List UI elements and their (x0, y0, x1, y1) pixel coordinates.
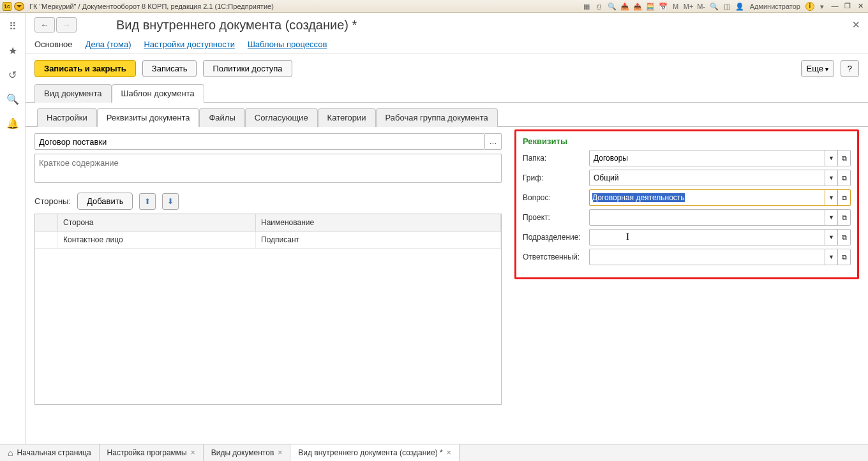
dropdown-icon[interactable]: ▼ (825, 150, 838, 166)
field-responsible: Ответственный: ▼ ⧉ (523, 249, 851, 265)
requisites-panel: Реквизиты Папка: ▼ ⧉ Гриф: ▼ ⧉ (514, 129, 859, 279)
dropdown-icon[interactable]: ▼ (825, 229, 838, 245)
logo-1c-icon: 1c (3, 2, 11, 11)
subtab-approvers[interactable]: Согласующие (245, 108, 318, 127)
calendar-icon[interactable]: 📅 (658, 1, 668, 11)
info-icon[interactable]: i (805, 2, 814, 11)
tab-doc-template[interactable]: Шаблон документа (112, 84, 204, 103)
back-button[interactable]: ← (34, 17, 55, 33)
subtab-requisites[interactable]: Реквизиты документа (97, 108, 200, 127)
section-nav: Основное Дела (тома) Настройки доступнос… (26, 34, 868, 54)
doc-name-more-button[interactable]: … (485, 133, 502, 150)
save-and-close-button[interactable]: Записать и закрыть (34, 60, 136, 77)
toolbar-icon[interactable]: 📥 (620, 1, 630, 11)
taskbar-tab-label: Виды документов (211, 448, 274, 457)
calc-icon[interactable]: 🧮 (645, 1, 655, 11)
taskbar-tab-label: Настройка программы (107, 448, 187, 457)
dropdown-icon[interactable]: ▾ (817, 1, 827, 11)
maximize-button[interactable]: ❐ (842, 2, 853, 11)
topic-input-selected-text[interactable]: Договорная деятельность (592, 193, 685, 202)
search-icon[interactable]: 🔍 (607, 1, 617, 11)
zoom-icon[interactable]: 🔍 (709, 1, 719, 11)
save-button[interactable]: Записать (142, 60, 197, 77)
memory-m[interactable]: M (671, 1, 681, 11)
field-label: Вопрос: (523, 193, 589, 202)
user-name[interactable]: Администратор (747, 3, 803, 10)
open-ref-button[interactable]: ⧉ (838, 189, 851, 206)
open-ref-button[interactable]: ⧉ (838, 249, 851, 265)
taskbar-home[interactable]: ⌂ Начальная страница (0, 444, 100, 461)
open-ref-button[interactable]: ⧉ (838, 209, 851, 226)
cell (35, 231, 58, 248)
department-input[interactable] (589, 229, 825, 245)
open-ref-button[interactable]: ⧉ (838, 170, 851, 186)
toolbar-icon[interactable]: ▦ (581, 1, 592, 11)
close-icon[interactable]: × (191, 448, 195, 457)
help-button[interactable]: ? (841, 60, 859, 77)
field-stamp: Гриф: ▼ ⧉ (523, 170, 851, 186)
dropdown-icon[interactable]: ▼ (825, 170, 838, 186)
taskbar-tab-active[interactable]: Вид внутреннего документа (создание) * × (290, 444, 459, 461)
taskbar-tab[interactable]: Виды документов × (204, 444, 291, 461)
cell: Подписант (256, 231, 501, 248)
nav-templates[interactable]: Шаблоны процессов (248, 40, 327, 49)
brief-textarea[interactable] (34, 154, 502, 183)
move-down-button[interactable]: ⬇ (162, 193, 179, 210)
requisites-title: Реквизиты (523, 136, 851, 146)
col-header-name[interactable]: Наименование (256, 214, 501, 231)
cell: Контактное лицо (58, 231, 256, 248)
search-icon[interactable]: 🔍 (6, 93, 19, 106)
close-icon[interactable]: × (278, 448, 282, 457)
command-bar: Записать и закрыть Записать Политики дос… (26, 54, 868, 84)
field-label: Папка: (523, 154, 589, 163)
nav-cases[interactable]: Дела (тома) (86, 40, 131, 49)
subtab-settings[interactable]: Настройки (37, 108, 97, 127)
memory-mplus[interactable]: M+ (684, 1, 694, 11)
taskbar-tab[interactable]: Настройка программы × (100, 444, 204, 461)
subtab-files[interactable]: Файлы (199, 108, 244, 127)
open-ref-button[interactable]: ⧉ (838, 150, 851, 166)
sub-tabs: Настройки Реквизиты документа Файлы Согл… (26, 103, 868, 127)
more-button[interactable]: Еще (801, 60, 834, 77)
history-icon[interactable]: ↺ (6, 69, 19, 82)
nav-main[interactable]: Основное (34, 40, 73, 49)
field-label: Гриф: (523, 173, 589, 182)
access-policies-button[interactable]: Политики доступа (203, 60, 292, 77)
tab-doc-type[interactable]: Вид документа (34, 84, 112, 103)
doc-name-input[interactable] (34, 133, 485, 150)
app-menu-dropdown[interactable] (14, 2, 24, 11)
titlebar: 1c ГК "Меркурий" / Документооборот 8 КОР… (0, 0, 868, 13)
subtab-categories[interactable]: Категории (318, 108, 376, 127)
folder-input[interactable] (589, 150, 825, 166)
field-label: Ответственный: (523, 252, 589, 261)
apps-icon[interactable]: ⠿ (6, 20, 19, 33)
col-header-side[interactable]: Сторона (58, 214, 256, 231)
memory-mminus[interactable]: M- (696, 1, 707, 11)
dropdown-icon[interactable]: ▼ (825, 189, 838, 206)
dropdown-icon[interactable]: ▼ (825, 249, 838, 265)
minimize-button[interactable]: — (830, 2, 840, 11)
add-side-button[interactable]: Добавить (77, 193, 133, 210)
close-page-button[interactable]: ✕ (850, 19, 862, 31)
col-header-blank[interactable] (35, 214, 58, 231)
field-topic: Вопрос: Договорная деятельность ▼ ⧉ (523, 189, 851, 206)
stamp-input[interactable] (589, 170, 825, 186)
nav-access[interactable]: Настройки доступности (144, 40, 234, 49)
table-row[interactable]: Контактное лицо Подписант (35, 231, 501, 249)
open-ref-button[interactable]: ⧉ (838, 229, 851, 245)
close-button[interactable]: ✕ (855, 2, 865, 11)
close-icon[interactable]: × (447, 448, 451, 457)
subtab-workgroup[interactable]: Рабочая группа документа (376, 108, 498, 127)
windows-icon[interactable]: ◫ (722, 1, 732, 11)
field-label: Проект: (523, 213, 589, 222)
notifications-icon[interactable]: 🔔 (6, 117, 19, 130)
dropdown-icon[interactable]: ▼ (825, 209, 838, 226)
print-icon[interactable]: ⎙ (594, 1, 604, 11)
responsible-input[interactable] (589, 249, 825, 265)
sides-label: Стороны: (34, 196, 71, 206)
forward-button[interactable]: → (56, 17, 77, 33)
favorites-icon[interactable]: ★ (6, 45, 19, 57)
project-input[interactable] (589, 209, 825, 226)
toolbar-icon[interactable]: 📤 (632, 1, 643, 11)
move-up-button[interactable]: ⬆ (139, 193, 156, 210)
